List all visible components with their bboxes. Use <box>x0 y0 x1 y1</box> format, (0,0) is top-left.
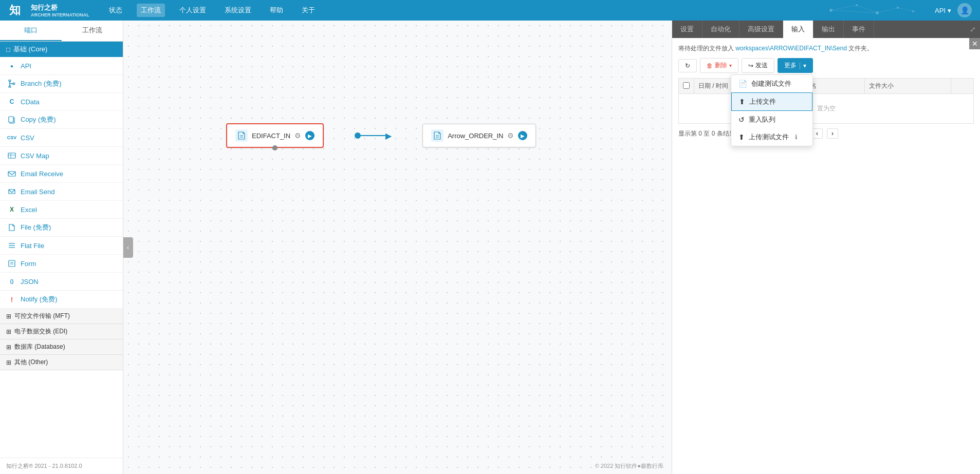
dropdown-upload-file[interactable]: ⬆ 上传文件 <box>731 92 812 111</box>
node2-icon <box>431 129 443 142</box>
json-icon: {} <box>7 277 16 286</box>
csvmap-icon <box>7 151 16 160</box>
flow-node-edifact-in[interactable]: EDIFACT_IN ⚙ ▶ <box>226 123 324 148</box>
flow-connector: ▶ <box>355 131 392 141</box>
sidebar-item-api[interactable]: ● API <box>0 57 123 75</box>
node1-gear-icon[interactable]: ⚙ <box>294 131 301 140</box>
more-dropdown-menu: 📄 创建测试文件 ⬆ 上传文件 ↺ 重入队列 ⬆ <box>731 74 813 146</box>
more-dropdown-wrapper: 更多 ▾ 📄 创建测试文件 ⬆ 上传文件 <box>778 58 813 73</box>
toggle-sidebar-button[interactable]: ‹ <box>123 237 133 258</box>
flow-node-arrow-order-in[interactable]: Arrow_ORDER_IN ⚙ ▶ <box>422 124 536 147</box>
empty-cell: 置为空 <box>679 94 974 124</box>
panel-info-text: 将待处理的文件放入 workspaces\ARROW\EDIFACT_IN\Se… <box>678 44 974 53</box>
nav-workflow[interactable]: 工作流 <box>137 4 165 17</box>
sidebar-item-cdata[interactable]: C CData <box>0 93 123 111</box>
close-panel-button[interactable]: ✕ <box>969 38 980 49</box>
sidebar-item-form[interactable]: Form <box>0 255 123 273</box>
sidebar-item-json[interactable]: {} JSON <box>0 273 123 291</box>
delete-button[interactable]: 🗑 删除 ▾ <box>700 58 738 73</box>
sidebar-tab-ports[interactable]: 端口 <box>0 21 62 41</box>
sidebar-group-mft[interactable]: ⊞ 可控文件传输 (MFT) <box>0 309 123 324</box>
sidebar-section-core: □ 基础 (Core) <box>0 42 123 57</box>
sidebar-item-branch[interactable]: Branch (免费) <box>0 75 123 93</box>
more-button[interactable]: 更多 ▾ <box>778 58 813 73</box>
user-avatar[interactable]: 👤 <box>957 3 972 17</box>
node1-port <box>272 145 278 150</box>
tab-events[interactable]: 事件 <box>844 21 874 38</box>
nav-help[interactable]: 帮助 <box>266 4 287 17</box>
sidebar-item-csvmap[interactable]: CSV Map <box>0 147 123 165</box>
svg-line-8 <box>857 5 877 13</box>
logo: 知 知行之桥 ARCHER INTERNATIONAL <box>8 1 89 20</box>
top-nav: 状态 工作流 个人设置 系统设置 帮助 关于 <box>105 4 935 17</box>
dropdown-create-test-file[interactable]: 📄 创建测试文件 <box>731 75 812 92</box>
nav-system[interactable]: 系统设置 <box>220 4 255 17</box>
nav-status[interactable]: 状态 <box>105 4 126 17</box>
node2-gear-icon[interactable]: ⚙ <box>507 131 514 140</box>
refresh-button[interactable]: ↻ <box>678 59 697 72</box>
sidebar-tab-workflow[interactable]: 工作流 <box>62 21 123 41</box>
logo-text: 知行之桥 ARCHER INTERNATIONAL <box>31 3 89 17</box>
main-layout: 端口 工作流 □ 基础 (Core) ● API Branch (免费) C C… <box>0 21 980 474</box>
email-receive-icon <box>7 169 16 178</box>
sidebar-item-csv[interactable]: CSV CSV <box>0 129 123 147</box>
canvas-background <box>123 21 672 474</box>
sidebar-item-flatfile[interactable]: Flat File <box>0 237 123 255</box>
send-button[interactable]: ↪ 发送 <box>742 58 774 73</box>
sidebar-group-edi[interactable]: ⊞ 电子数据交换 (EDI) <box>0 324 123 339</box>
file-icon <box>7 223 16 232</box>
form-icon <box>7 259 16 268</box>
right-panel: 设置 自动化 高级设置 输入 输出 事件 ⤢ ✕ 将待处理的文件放入 works… <box>672 21 980 474</box>
sidebar-group-other[interactable]: ⊞ 其他 (Other) <box>0 355 123 370</box>
excel-icon: X <box>7 205 16 214</box>
upload-test-file-icon: ⬆ <box>738 133 745 141</box>
copy-icon <box>7 115 16 124</box>
refresh-icon: ↻ <box>685 62 690 69</box>
topbar-right: API ▾ 👤 <box>935 3 972 17</box>
select-all-checkbox[interactable] <box>683 82 690 89</box>
tab-input[interactable]: 输入 <box>783 21 813 38</box>
sidebar-item-email-send[interactable]: Email Send <box>0 183 123 201</box>
empty-row: 置为空 <box>679 94 974 124</box>
sidebar-item-notify[interactable]: ! Notify (免费) <box>0 291 123 309</box>
node2-label: Arrow_ORDER_IN <box>448 132 503 140</box>
sidebar-item-copy[interactable]: Copy (免费) <box>0 111 123 129</box>
node2-play-button[interactable]: ▶ <box>518 131 527 140</box>
node2-wrapper: Arrow_ORDER_IN ⚙ ▶ <box>422 124 536 147</box>
tab-output[interactable]: 输出 <box>813 21 844 38</box>
node1-wrapper: EDIFACT_IN ⚙ ▶ <box>226 123 324 148</box>
nav-personal[interactable]: 个人设置 <box>175 4 210 17</box>
canvas-area[interactable]: ‹ EDIFACT_IN ⚙ ▶ ▶ <box>123 21 672 474</box>
expand-panel-button[interactable]: ⤢ <box>966 22 980 36</box>
prev-page-button[interactable]: ‹ <box>811 128 823 139</box>
cdata-icon: C <box>7 97 16 106</box>
sidebar-content: □ 基础 (Core) ● API Branch (免费) C CData <box>0 42 123 458</box>
table-col-checkbox <box>679 79 694 94</box>
delete-dropdown-icon: ▾ <box>729 63 732 68</box>
node1-play-button[interactable]: ▶ <box>305 131 315 140</box>
requeue-icon: ↺ <box>738 116 745 124</box>
csv-icon: CSV <box>7 133 16 142</box>
dropdown-upload-test-file[interactable]: ⬆ 上传测试文件 ℹ <box>731 128 812 146</box>
tab-settings[interactable]: 设置 <box>672 21 702 38</box>
svg-rect-24 <box>9 260 15 267</box>
sidebar-item-file[interactable]: File (免费) <box>0 219 123 237</box>
sidebar-item-email-receive[interactable]: Email Receive <box>0 165 123 183</box>
svg-text:知: 知 <box>9 4 21 16</box>
sidebar-item-excel[interactable]: X Excel <box>0 201 123 219</box>
nav-about[interactable]: 关于 <box>298 4 319 17</box>
sidebar: 端口 工作流 □ 基础 (Core) ● API Branch (免费) C C… <box>0 21 123 474</box>
api-dropdown[interactable]: API ▾ <box>935 7 951 14</box>
topbar: 知 知行之桥 ARCHER INTERNATIONAL 状态 工作流 个人设置 … <box>0 0 980 21</box>
branch-icon <box>7 79 16 88</box>
tab-automation[interactable]: 自动化 <box>702 21 739 38</box>
connector-dot-left <box>355 132 361 139</box>
next-page-button[interactable]: › <box>827 128 838 139</box>
sidebar-group-database[interactable]: ⊞ 数据库 (Database) <box>0 339 123 355</box>
dropdown-requeue[interactable]: ↺ 重入队列 <box>731 111 812 128</box>
sidebar-tabs: 端口 工作流 <box>0 21 123 42</box>
node1-icon <box>235 129 248 142</box>
flatfile-icon <box>7 241 16 250</box>
flow-container: EDIFACT_IN ⚙ ▶ ▶ Arrow_ORDER_IN <box>226 123 536 148</box>
tab-advanced[interactable]: 高级设置 <box>739 21 783 38</box>
